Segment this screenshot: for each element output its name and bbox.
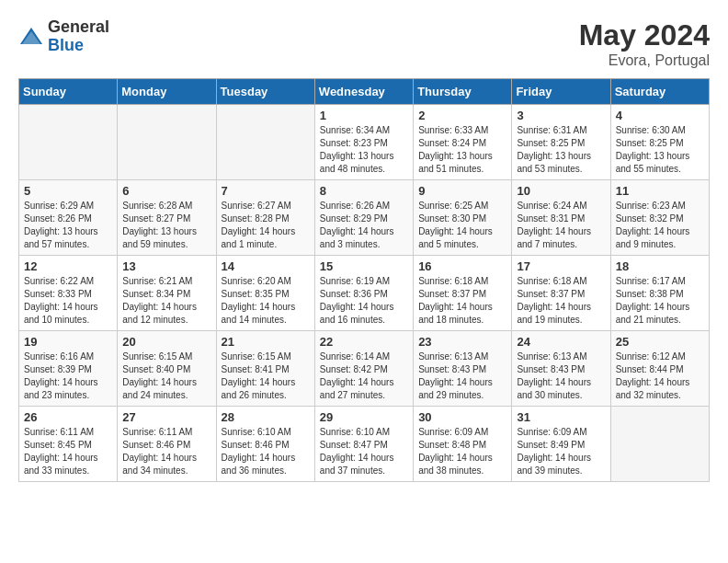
day-number: 13 [122,259,210,273]
calendar-week-row: 1Sunrise: 6:34 AMSunset: 8:23 PMDaylight… [19,105,710,180]
day-info: Sunrise: 6:26 AMSunset: 8:29 PMDaylight:… [320,200,408,251]
day-number: 23 [418,335,506,349]
calendar-day-cell [610,407,709,482]
calendar-day-cell: 24Sunrise: 6:13 AMSunset: 8:43 PMDayligh… [512,331,610,407]
day-info: Sunrise: 6:15 AMSunset: 8:40 PMDaylight:… [122,350,210,402]
calendar-day-cell: 27Sunrise: 6:11 AMSunset: 8:46 PMDayligh… [118,407,216,482]
calendar-day-cell: 20Sunrise: 6:15 AMSunset: 8:40 PMDayligh… [118,331,216,407]
day-number: 27 [122,410,210,424]
logo-icon [18,24,44,50]
header: General Blue May 2024 Evora, Portugal [18,18,710,69]
day-number: 10 [517,184,605,198]
calendar-day-cell: 12Sunrise: 6:22 AMSunset: 8:33 PMDayligh… [19,256,118,331]
day-info: Sunrise: 6:25 AMSunset: 8:30 PMDaylight:… [418,200,506,251]
weekday-header-row: SundayMondayTuesdayWednesdayThursdayFrid… [19,79,710,105]
logo: General Blue [18,18,109,55]
day-number: 28 [222,410,310,424]
weekday-header: Friday [512,79,610,105]
calendar-day-cell: 22Sunrise: 6:14 AMSunset: 8:42 PMDayligh… [314,331,413,407]
day-info: Sunrise: 6:11 AMSunset: 8:46 PMDaylight:… [122,426,210,477]
day-number: 15 [320,259,408,273]
calendar-day-cell: 19Sunrise: 6:16 AMSunset: 8:39 PMDayligh… [19,331,118,407]
day-info: Sunrise: 6:11 AMSunset: 8:45 PMDaylight:… [24,426,112,477]
day-number: 7 [222,184,310,198]
weekday-header: Sunday [19,79,118,105]
day-info: Sunrise: 6:17 AMSunset: 8:38 PMDaylight:… [616,275,704,327]
calendar-day-cell: 10Sunrise: 6:24 AMSunset: 8:31 PMDayligh… [512,180,610,256]
day-info: Sunrise: 6:18 AMSunset: 8:37 PMDaylight:… [517,275,605,327]
day-number: 1 [320,109,408,122]
day-info: Sunrise: 6:21 AMSunset: 8:34 PMDaylight:… [122,275,210,327]
day-info: Sunrise: 6:13 AMSunset: 8:43 PMDaylight:… [517,350,605,402]
day-number: 3 [517,109,605,122]
day-number: 31 [517,410,605,424]
day-number: 14 [222,259,310,273]
calendar-day-cell: 15Sunrise: 6:19 AMSunset: 8:36 PMDayligh… [314,256,413,331]
calendar-day-cell: 31Sunrise: 6:09 AMSunset: 8:49 PMDayligh… [512,407,610,482]
day-number: 30 [418,410,506,424]
day-number: 24 [517,335,605,349]
day-info: Sunrise: 6:28 AMSunset: 8:27 PMDaylight:… [122,200,210,251]
day-info: Sunrise: 6:15 AMSunset: 8:41 PMDaylight:… [222,350,310,402]
calendar-day-cell: 14Sunrise: 6:20 AMSunset: 8:35 PMDayligh… [216,256,314,331]
day-number: 5 [24,184,112,198]
day-number: 12 [24,259,112,273]
calendar-day-cell: 18Sunrise: 6:17 AMSunset: 8:38 PMDayligh… [610,256,709,331]
day-info: Sunrise: 6:10 AMSunset: 8:46 PMDaylight:… [222,426,310,477]
calendar-day-cell: 5Sunrise: 6:29 AMSunset: 8:26 PMDaylight… [19,180,118,256]
calendar-day-cell: 4Sunrise: 6:30 AMSunset: 8:25 PMDaylight… [610,105,709,180]
day-info: Sunrise: 6:18 AMSunset: 8:37 PMDaylight:… [418,275,506,327]
calendar-table: SundayMondayTuesdayWednesdayThursdayFrid… [18,78,710,482]
day-number: 2 [418,109,506,122]
calendar-week-row: 19Sunrise: 6:16 AMSunset: 8:39 PMDayligh… [19,331,710,407]
day-info: Sunrise: 6:33 AMSunset: 8:24 PMDaylight:… [418,124,506,176]
day-info: Sunrise: 6:14 AMSunset: 8:42 PMDaylight:… [320,350,408,402]
day-info: Sunrise: 6:19 AMSunset: 8:36 PMDaylight:… [320,275,408,327]
calendar-day-cell: 2Sunrise: 6:33 AMSunset: 8:24 PMDaylight… [414,105,512,180]
weekday-header: Wednesday [314,79,413,105]
day-number: 26 [24,410,112,424]
day-info: Sunrise: 6:23 AMSunset: 8:32 PMDaylight:… [616,200,704,251]
calendar-day-cell: 21Sunrise: 6:15 AMSunset: 8:41 PMDayligh… [216,331,314,407]
calendar-day-cell [216,105,314,180]
weekday-header: Thursday [414,79,512,105]
day-info: Sunrise: 6:34 AMSunset: 8:23 PMDaylight:… [320,124,408,176]
calendar-day-cell: 3Sunrise: 6:31 AMSunset: 8:25 PMDaylight… [512,105,610,180]
day-info: Sunrise: 6:24 AMSunset: 8:31 PMDaylight:… [517,200,605,251]
day-number: 17 [517,259,605,273]
calendar-day-cell: 1Sunrise: 6:34 AMSunset: 8:23 PMDaylight… [314,105,413,180]
calendar-day-cell: 28Sunrise: 6:10 AMSunset: 8:46 PMDayligh… [216,407,314,482]
day-number: 20 [122,335,210,349]
calendar-day-cell: 6Sunrise: 6:28 AMSunset: 8:27 PMDaylight… [118,180,216,256]
day-info: Sunrise: 6:13 AMSunset: 8:43 PMDaylight:… [418,350,506,402]
calendar-day-cell: 8Sunrise: 6:26 AMSunset: 8:29 PMDaylight… [314,180,413,256]
day-info: Sunrise: 6:31 AMSunset: 8:25 PMDaylight:… [517,124,605,176]
day-info: Sunrise: 6:20 AMSunset: 8:35 PMDaylight:… [222,275,310,327]
calendar-day-cell: 13Sunrise: 6:21 AMSunset: 8:34 PMDayligh… [118,256,216,331]
day-info: Sunrise: 6:12 AMSunset: 8:44 PMDaylight:… [616,350,704,402]
day-number: 8 [320,184,408,198]
calendar-week-row: 12Sunrise: 6:22 AMSunset: 8:33 PMDayligh… [19,256,710,331]
calendar-week-row: 26Sunrise: 6:11 AMSunset: 8:45 PMDayligh… [19,407,710,482]
day-info: Sunrise: 6:10 AMSunset: 8:47 PMDaylight:… [320,426,408,477]
weekday-header: Saturday [610,79,709,105]
day-info: Sunrise: 6:22 AMSunset: 8:33 PMDaylight:… [24,275,112,327]
calendar-day-cell [118,105,216,180]
day-info: Sunrise: 6:30 AMSunset: 8:25 PMDaylight:… [616,124,704,176]
day-number: 6 [122,184,210,198]
logo-text: General Blue [48,18,109,55]
calendar-day-cell: 25Sunrise: 6:12 AMSunset: 8:44 PMDayligh… [610,331,709,407]
day-number: 19 [24,335,112,349]
day-number: 4 [616,109,704,122]
day-number: 29 [320,410,408,424]
calendar-day-cell: 11Sunrise: 6:23 AMSunset: 8:32 PMDayligh… [610,180,709,256]
day-number: 22 [320,335,408,349]
calendar-week-row: 5Sunrise: 6:29 AMSunset: 8:26 PMDaylight… [19,180,710,256]
day-number: 25 [616,335,704,349]
calendar-day-cell: 30Sunrise: 6:09 AMSunset: 8:48 PMDayligh… [414,407,512,482]
logo-blue: Blue [48,37,109,55]
day-info: Sunrise: 6:09 AMSunset: 8:48 PMDaylight:… [418,426,506,477]
title-block: May 2024 Evora, Portugal [579,18,710,69]
day-number: 18 [616,259,704,273]
day-info: Sunrise: 6:27 AMSunset: 8:28 PMDaylight:… [222,200,310,251]
